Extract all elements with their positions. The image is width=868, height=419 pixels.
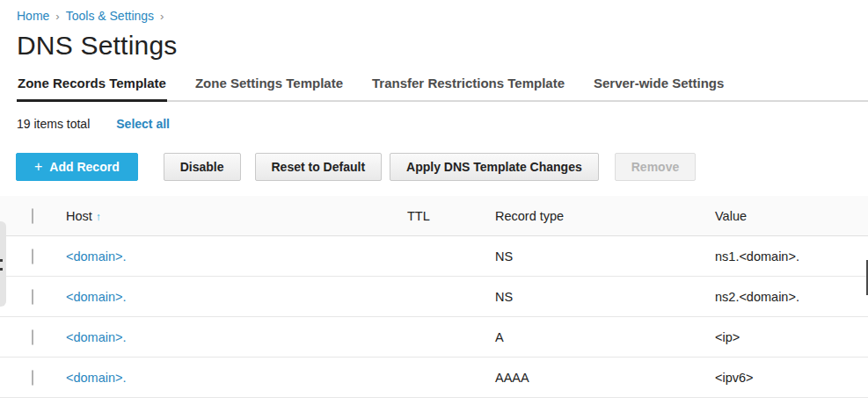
items-total-label: 19 items total xyxy=(17,117,90,131)
disable-button[interactable]: Disable xyxy=(164,153,241,181)
record-value: <ip> xyxy=(715,330,868,344)
row-checkbox[interactable] xyxy=(32,329,33,345)
record-type-value: NS xyxy=(495,249,715,264)
tab-bar: Zone Records Template Zone Settings Temp… xyxy=(17,76,868,102)
host-link[interactable]: <domain>. xyxy=(66,330,127,344)
plus-icon: + xyxy=(34,159,42,175)
table-row: <domain>. NS ns2.<domain>. xyxy=(0,277,868,317)
column-header-record-type[interactable]: Record type xyxy=(495,209,715,223)
apply-dns-template-changes-button[interactable]: Apply DNS Template Changes xyxy=(390,153,599,181)
row-checkbox[interactable] xyxy=(32,289,33,305)
row-checkbox[interactable] xyxy=(32,370,33,386)
clipped-popup-edge xyxy=(0,221,6,307)
row-checkbox[interactable] xyxy=(32,249,33,264)
tab-server-wide-settings[interactable]: Server-wide Settings xyxy=(593,76,725,102)
reset-to-default-button[interactable]: Reset to Default xyxy=(255,153,383,181)
breadcrumb: Home › Tools & Settings › xyxy=(0,0,868,23)
select-all-checkbox[interactable] xyxy=(32,208,33,224)
table-row: <domain>. A <ip> xyxy=(0,317,868,358)
toolbar: + Add Record Disable Reset to Default Ap… xyxy=(16,153,868,181)
record-type-value: AAAA xyxy=(495,371,715,385)
column-header-host[interactable]: Host↑ xyxy=(66,209,407,223)
remove-button[interactable]: Remove xyxy=(615,153,696,181)
host-link[interactable]: <domain>. xyxy=(66,290,127,304)
breadcrumb-separator-icon: › xyxy=(55,10,59,23)
table-row: <domain>. NS ns1.<domain>. xyxy=(0,236,868,277)
tab-zone-settings-template[interactable]: Zone Settings Template xyxy=(194,76,344,102)
record-value: ns2.<domain>. xyxy=(715,290,868,304)
breadcrumb-link-home[interactable]: Home xyxy=(17,9,49,23)
page-title: DNS Settings xyxy=(0,23,868,61)
clipped-text-fragment xyxy=(0,268,3,271)
breadcrumb-separator-icon: › xyxy=(160,10,164,23)
tab-transfer-restrictions-template[interactable]: Transfer Restrictions Template xyxy=(371,76,565,102)
table-header-row: Host↑ TTL Record type Value xyxy=(0,196,868,236)
sort-ascending-icon: ↑ xyxy=(96,211,101,223)
dns-records-table: Host↑ TTL Record type Value <domain>. NS… xyxy=(0,196,868,398)
table-row: <domain>. AAAA <ipv6> xyxy=(0,358,868,398)
select-all-link[interactable]: Select all xyxy=(116,117,170,131)
breadcrumb-link-tools-settings[interactable]: Tools & Settings xyxy=(66,9,154,23)
record-value: ns1.<domain>. xyxy=(715,249,868,264)
list-info: 19 items total Select all xyxy=(17,117,868,131)
record-type-value: NS xyxy=(495,290,715,304)
add-record-button[interactable]: + Add Record xyxy=(16,153,138,181)
column-header-ttl[interactable]: TTL xyxy=(407,209,495,223)
record-type-value: A xyxy=(495,330,715,344)
clipped-text-fragment xyxy=(0,259,3,262)
host-link[interactable]: <domain>. xyxy=(66,249,127,264)
tab-zone-records-template[interactable]: Zone Records Template xyxy=(17,76,167,102)
host-link[interactable]: <domain>. xyxy=(66,371,127,385)
record-value: <ipv6> xyxy=(715,371,868,385)
column-header-value[interactable]: Value xyxy=(715,209,868,223)
add-record-label: Add Record xyxy=(49,160,119,174)
